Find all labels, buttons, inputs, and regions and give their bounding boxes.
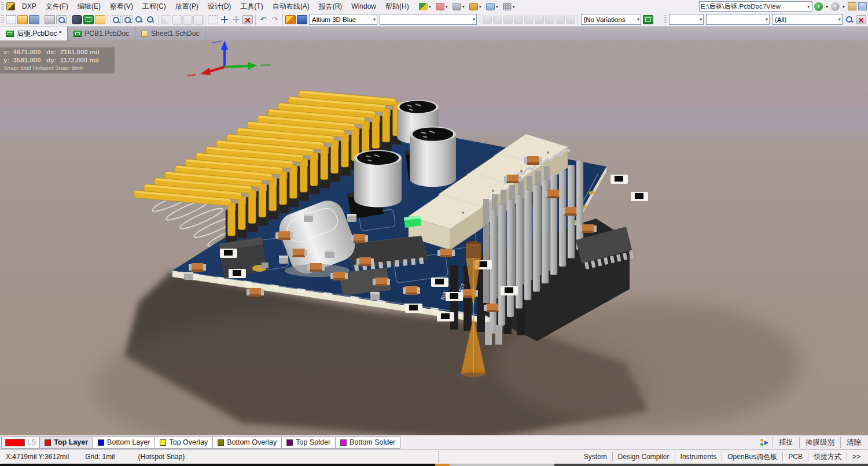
tab-label: Sheet1.SchDoc (151, 29, 199, 38)
clear-button[interactable]: 清除 (840, 437, 867, 448)
select-area-icon[interactable] (208, 15, 218, 24)
zoom-area-icon[interactable] (122, 15, 133, 24)
tab-sheet1-schdoc[interactable]: Sheet1.SchDoc (135, 27, 205, 40)
place-via-icon[interactable] (503, 16, 513, 24)
clear-filter-icon[interactable] (242, 15, 253, 24)
toolbar-grip-2[interactable] (1, 15, 4, 24)
move-selection-icon[interactable] (219, 15, 230, 24)
save-icon[interactable] (29, 15, 39, 24)
layer-tab-bottom-solder[interactable]: Bottom Solder (336, 437, 400, 449)
variant-board-icon[interactable] (643, 15, 653, 24)
menu-window[interactable]: Window (347, 1, 381, 12)
place-component-icon[interactable] (493, 16, 502, 24)
menu-help[interactable]: 帮助(H) (381, 1, 414, 13)
room-mode-button[interactable]: ▾ (484, 2, 500, 11)
deselect-icon[interactable] (231, 15, 241, 24)
tab-houqu-pcbdoc[interactable]: 后驱.PcbDoc * (0, 27, 68, 40)
snap-options-icon[interactable] (760, 438, 770, 447)
filter-combo-2[interactable]: ▾ (706, 14, 770, 25)
paste-icon[interactable] (183, 15, 192, 24)
board-insight-icon[interactable] (297, 15, 307, 24)
menu-reports[interactable]: 报告(R) (314, 1, 347, 13)
cut-icon[interactable] (161, 15, 171, 24)
menu-tools[interactable]: 工具(T) (236, 1, 267, 13)
hud-x-readout: x: 4671.000 dx: 2161.000 mil (3, 49, 100, 56)
layer-tab-top-overlay[interactable]: Top Overlay (155, 437, 213, 449)
grid-settings-button[interactable]: ▾ (501, 2, 517, 11)
room-mode-icon (486, 3, 495, 10)
browse-pcb-icon[interactable] (83, 15, 94, 24)
place-string-icon[interactable] (556, 16, 565, 24)
footprint-mode-button[interactable]: ▾ (451, 2, 466, 11)
place-polygon-icon[interactable] (535, 16, 544, 24)
back-icon[interactable]: ‹ (814, 2, 823, 11)
route-mode-button[interactable]: ▾ (417, 2, 433, 11)
pcb-3d-viewport[interactable]: x: 4671.000 dx: 2161.000 mily: 3581.000 … (0, 40, 868, 435)
menu-view[interactable]: 察看(V) (105, 1, 138, 13)
interactive-routing-icon[interactable] (285, 15, 296, 24)
filter-scope-combo[interactable]: (All)▾ (772, 14, 843, 25)
menu-dxp[interactable]: DXP (17, 1, 41, 12)
tab-pcb1-pcbdoc[interactable]: PCB1.PcbDoc (68, 27, 135, 40)
panel-shortcuts[interactable]: 快捷方式 (808, 452, 847, 462)
redo-icon[interactable]: ↷ (270, 15, 280, 24)
component-mode-button[interactable]: ▾ (434, 2, 450, 11)
filter-combo-1[interactable]: ▾ (669, 14, 704, 25)
zoom-selected-icon[interactable] (145, 15, 156, 24)
view-style-combo[interactable]: Altium 3D Blue▾ (309, 14, 377, 25)
zoom-window-icon[interactable] (111, 15, 121, 24)
menu-project[interactable]: 工程(C) (138, 1, 171, 13)
place-dimension-icon[interactable] (545, 16, 554, 24)
dimension-mode-button[interactable]: ▾ (468, 2, 483, 11)
layer-tab-bottom-layer[interactable]: Bottom Layer (93, 437, 155, 449)
panels-icon[interactable] (95, 15, 105, 24)
layer-color-chip (340, 439, 347, 446)
panel-pcb[interactable]: PCB (783, 453, 808, 461)
filter-clear-icon[interactable] (856, 15, 866, 24)
layer-set-tab[interactable]: LS (1, 437, 40, 449)
forward-icon[interactable]: › (831, 2, 840, 11)
toolbar-grip-3[interactable] (664, 15, 667, 24)
undo-icon[interactable]: ↶ (258, 15, 269, 24)
pcbdoc-icon (6, 31, 14, 37)
mask-level-button[interactable]: 掩膜级别 (799, 437, 840, 448)
menu-file[interactable]: 文件(F) (41, 1, 73, 13)
panel-more[interactable]: >> (847, 453, 866, 461)
filter-search-icon[interactable] (844, 15, 855, 24)
menu-place[interactable]: 放置(P) (171, 1, 203, 13)
variations-value: [No Variations (582, 16, 636, 23)
layer-tab-bottom-overlay[interactable]: Bottom Overlay (213, 437, 282, 449)
paste-special-icon[interactable] (193, 15, 203, 24)
copy-icon[interactable] (172, 15, 182, 24)
refresh-icon[interactable] (858, 2, 867, 10)
place-line-icon[interactable] (483, 16, 492, 24)
address-combo[interactable]: E:\后驱\后驱.PcbDoc?View▾ (699, 1, 812, 12)
place-arc-icon[interactable] (524, 16, 534, 24)
variations-combo[interactable]: [No Variations▾ (581, 14, 641, 25)
panel-openbus[interactable]: OpenBus调色板 (722, 452, 782, 462)
snap-button[interactable]: 捕捉 (773, 437, 799, 448)
place-pad-icon[interactable] (514, 16, 523, 24)
menu-design[interactable]: 设计(D) (203, 1, 236, 13)
home-icon[interactable] (848, 2, 856, 10)
bottom-edge-strip (0, 464, 868, 466)
new-document-icon[interactable] (6, 15, 16, 24)
panel-design-compiler[interactable]: Design Compiler (613, 453, 675, 461)
panel-instruments[interactable]: Instruments (675, 453, 722, 461)
footprint-combo[interactable]: ▾ (380, 14, 477, 25)
layer-color-chip (45, 439, 51, 446)
layer-tab-top-layer[interactable]: Top Layer (40, 437, 93, 449)
menu-edit[interactable]: 编辑(E) (73, 1, 105, 13)
print-icon[interactable] (45, 15, 55, 24)
layer-color-chip (218, 439, 224, 446)
open-document-icon[interactable] (17, 15, 28, 24)
menu-autoroute[interactable]: 自动布线(A) (268, 1, 314, 13)
pcb-3d-scene (0, 40, 868, 435)
zoom-in-icon[interactable] (134, 15, 144, 24)
print-preview-icon[interactable] (56, 15, 67, 24)
panel-system[interactable]: System (579, 453, 612, 461)
view-3d-icon[interactable] (72, 15, 82, 24)
toolbar-grip[interactable] (1, 2, 4, 11)
layer-tab-top-solder[interactable]: Top Solder (282, 437, 336, 449)
place-ic-icon[interactable] (566, 16, 575, 24)
